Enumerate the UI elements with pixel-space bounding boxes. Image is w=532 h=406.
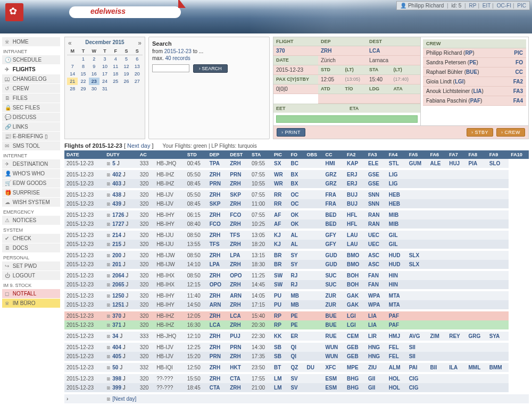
sidebar-item[interactable]: 👤 WHO'S WHO <box>2 169 60 178</box>
flight-row[interactable]: 2015-12-23🗎404 J320HB-IJV12:25ZRHPRN14:3… <box>64 343 529 352</box>
sidebar-item[interactable]: 🗎 FILES <box>2 94 60 103</box>
cal-day[interactable]: 25 <box>110 78 121 85</box>
flight-row[interactable]: 2015-12-23🗎398 J320??-???15:50ZRHCTA17:5… <box>64 374 529 383</box>
flight-row[interactable]: 2015-12-23🗎1250 J320HB-IHY11:40ZRHARN14:… <box>64 291 529 300</box>
flight-row[interactable]: 2015-12-23🗎371 J320HB-IHZ16:30LCAZRH20:3… <box>64 320 529 329</box>
topbar-link[interactable]: OC-FI <box>497 3 511 9</box>
flight-row[interactable]: 2015-12-23🗎438 J320HB-IJV05:50ZRHSKP07:5… <box>64 190 529 199</box>
cal-day[interactable]: 15 <box>78 70 88 78</box>
sidebar-item[interactable]: 🕒 SCHEDULE <box>2 55 60 64</box>
sidebar-item[interactable]: 🔒 SEC FILES <box>2 103 60 112</box>
cal-day[interactable]: 7 <box>67 63 78 70</box>
sidebar-item[interactable]: 🎁 SURPRISE <box>2 188 60 197</box>
search-input[interactable] <box>152 64 189 72</box>
sidebar-item[interactable]: ✔ CHECK <box>2 234 60 243</box>
flight-row[interactable]: 2015-12-23🗎402 J320HB-IHZ05:50ZRHPRN07:5… <box>64 170 529 179</box>
cal-day[interactable]: 30 <box>89 85 99 92</box>
cal-day[interactable]: 18 <box>110 70 121 78</box>
sidebar-item[interactable]: ↪ SET PWD <box>2 261 60 270</box>
cal-day[interactable]: 20 <box>132 70 143 78</box>
crew-row: Anouk Lichtsteiner (LIA)FA3 <box>423 87 526 96</box>
sidebar-item[interactable]: ⚠ NOTICES <box>2 216 60 225</box>
flight-row[interactable]: 2015-12-23🗎215 J320HB-IJU13:55TFSZRH18:2… <box>64 240 529 249</box>
sidebar-item[interactable]: ✈ FLIGHTS <box>2 65 60 74</box>
stby-button[interactable]: › STBY <box>467 128 493 137</box>
flights-table: DATEDUTYACSTDDEPDESTSTAPICFOOBSCCFA2FA3F… <box>64 150 529 403</box>
flight-row[interactable]: 2015-12-23🗎214 J320HB-IJU08:50ZRHTFS13:0… <box>64 231 529 240</box>
cal-day[interactable]: 31 <box>99 85 110 92</box>
topbar-link[interactable]: RP <box>469 3 476 9</box>
crew-row: Fabiana Paschini (PAF)FA4 <box>423 96 526 106</box>
cal-day[interactable]: 11 <box>110 63 121 70</box>
cal-day[interactable]: 21 <box>67 78 78 85</box>
cal-day[interactable]: 2 <box>89 55 99 63</box>
search-from-date[interactable]: 2015-12-23 <box>164 48 192 54</box>
cal-day[interactable]: 26 <box>121 78 131 85</box>
cal-day[interactable]: 17 <box>99 70 110 78</box>
sidebar-item[interactable]: 🔗 LINKS <box>2 122 60 131</box>
sidebar-item[interactable]: 📰 E-BRIEFING ▯ <box>2 132 60 141</box>
sidebar-item[interactable]: 🗎 DOCS <box>2 243 60 252</box>
cal-day[interactable]: 9 <box>89 63 99 70</box>
flight-row[interactable]: 2015-12-23🗎370 J320HB-IHZ12:05ZRHLCA15:4… <box>64 311 529 320</box>
flight-row[interactable]: 2015-12-23🗎399 J320??-???18:45CTAZRH21:0… <box>64 383 529 392</box>
sidebar-item[interactable]: 🛒 EDW GOODS <box>2 179 60 188</box>
sidebar-item[interactable]: ※ IM BÜRO <box>2 299 60 308</box>
cal-day[interactable]: 1 <box>78 55 88 63</box>
sidebar-item[interactable]: ⏻ LOGOUT <box>2 271 60 280</box>
flight-row[interactable]: 2015-12-23🗎2065 J320HB-IHX12:15OPOZRH14:… <box>64 280 529 289</box>
cal-day[interactable] <box>132 85 143 92</box>
flight-row[interactable]: 2015-12-23🗎5 J333HB-JHQ00:45TPAZRH09:55S… <box>64 159 529 168</box>
cal-day[interactable]: 3 <box>99 55 110 63</box>
sidebar-item[interactable]: ↺ CREW <box>2 84 60 93</box>
next-day-link[interactable]: Next day <box>127 142 150 149</box>
cal-day[interactable]: 23 <box>89 78 99 85</box>
flight-row[interactable]: 2015-12-23🗎439 J320HB-IJV08:45SKPZRH11:0… <box>64 199 529 208</box>
search-max-records[interactable]: 40 records <box>165 55 190 61</box>
topbar-link[interactable]: EIT <box>483 3 491 9</box>
flight-row[interactable]: 2015-12-23🗎50 J332HB-IQI12:50ZRHHKT23:50… <box>64 363 529 372</box>
cal-day[interactable]: 22 <box>78 78 88 85</box>
cal-day[interactable]: 8 <box>78 63 88 70</box>
flight-row[interactable]: 2015-12-23🗎34 J333HB-JHQ12:10ZRHPUJ22:30… <box>64 332 529 341</box>
cal-day[interactable]: 5 <box>121 55 131 63</box>
flight-row[interactable]: 2015-12-23🗎1251 J320HB-IHY14:50ARNZRH17:… <box>64 300 529 309</box>
cal-day[interactable]: 6 <box>132 55 143 63</box>
search-button[interactable]: › SEARCH <box>193 64 228 73</box>
crew-button[interactable]: › CREW <box>496 128 525 137</box>
sidebar-item[interactable]: 💬 DISCUSS <box>2 113 60 122</box>
flight-row[interactable]: 2015-12-23🗎200 J320HB-IJW08:50ZRHLPA13:1… <box>64 251 529 260</box>
next-day-bottom[interactable]: [Next day] <box>112 396 136 402</box>
flight-row[interactable]: 2015-12-23🗎2064 J320HB-IHX08:50ZRHOPO11:… <box>64 271 529 280</box>
cal-day[interactable]: 24 <box>99 78 110 85</box>
cal-day[interactable]: 13 <box>132 63 143 70</box>
cal-day[interactable] <box>121 85 131 92</box>
cal-day[interactable] <box>110 85 121 92</box>
cal-day[interactable]: 29 <box>78 85 88 92</box>
sidebar-item[interactable]: ◻ NOTFALL <box>2 289 60 298</box>
cal-day[interactable] <box>67 55 78 63</box>
sidebar-item[interactable]: 🕮 CHANGELOG <box>2 74 60 83</box>
cal-day[interactable]: 12 <box>121 63 131 70</box>
flight-row[interactable]: 2015-12-23🗎201 J320HB-IJW14:10LPAZRH18:3… <box>64 260 529 269</box>
cal-day[interactable]: 14 <box>67 70 78 78</box>
cal-day[interactable]: 19 <box>121 70 131 78</box>
sidebar-item[interactable]: ※ HOME <box>2 37 60 46</box>
cal-day[interactable]: 10 <box>99 63 110 70</box>
cal-day[interactable]: 16 <box>89 70 99 78</box>
cal-day[interactable]: 27 <box>132 78 143 85</box>
sidebar-item[interactable]: ✈ DESTINATION <box>2 159 60 168</box>
cal-prev[interactable]: « <box>68 39 72 47</box>
cal-day[interactable]: 28 <box>67 85 78 92</box>
flight-row[interactable]: 2015-12-23🗎1727 J320HB-IHY08:40FCOZRH10:… <box>64 219 529 229</box>
eet-progress-bar <box>276 115 418 123</box>
flight-row[interactable]: 2015-12-23🗎1726 J320HB-IHY06:15ZRHFCO07:… <box>64 210 529 219</box>
print-button[interactable]: › PRINT <box>277 128 305 137</box>
sidebar-item[interactable]: ☁ WISH SYSTEM <box>2 198 60 207</box>
cal-next[interactable]: » <box>138 39 142 47</box>
flight-row[interactable]: 2015-12-23🗎405 J320HB-IJV15:20PRNZRH17:3… <box>64 352 529 361</box>
topbar-link[interactable]: PIC <box>517 3 526 9</box>
sidebar-item[interactable]: ✉ SMS TOOL <box>2 141 60 150</box>
flight-row[interactable]: 2015-12-23🗎403 J320HB-IHZ08:45PRNZRH10:5… <box>64 179 529 188</box>
cal-day[interactable]: 4 <box>110 55 121 63</box>
